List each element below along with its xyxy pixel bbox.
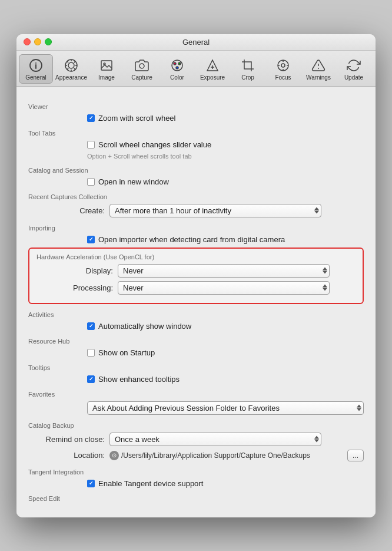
auto-show-row: Automatically show window <box>87 322 364 331</box>
processing-select[interactable]: Never Always Auto <box>118 281 330 295</box>
processing-select-wrapper: Never Always Auto <box>118 281 330 295</box>
create-select[interactable]: After more than 1 hour of inactivity Alw… <box>109 204 321 217</box>
tab-general-label: General <box>25 74 46 81</box>
location-path-text: /Users/lily/Library/Application Support/… <box>121 451 344 460</box>
svg-point-15 <box>139 64 144 68</box>
exposure-icon <box>205 57 220 74</box>
create-select-wrapper: After more than 1 hour of inactivity Alw… <box>109 204 321 217</box>
crop-icon <box>241 57 255 74</box>
svg-point-18 <box>178 62 181 65</box>
capture-icon <box>135 57 149 74</box>
auto-show-checkbox[interactable] <box>87 322 95 330</box>
scroll-slider-checkbox[interactable] <box>87 141 95 149</box>
warnings-icon <box>311 57 325 74</box>
auto-show-text: Automatically show window <box>98 322 191 331</box>
tangent-row: Enable Tangent device support <box>87 479 364 488</box>
show-startup-row: Show on Startup <box>87 348 364 357</box>
speed-edit-label: Speed Edit <box>28 495 364 502</box>
processing-row: Processing: Never Always Auto <box>36 281 356 295</box>
location-browse-button[interactable]: ... <box>347 450 364 461</box>
favorites-label: Favorites <box>28 391 364 398</box>
svg-line-12 <box>67 68 68 69</box>
enhanced-tooltips-checkbox[interactable] <box>87 375 95 383</box>
location-path-icon: ⊙ <box>109 451 119 460</box>
tab-general[interactable]: General <box>19 54 53 84</box>
tab-plugins[interactable]: Plugins <box>372 54 376 84</box>
open-window-row: Open in new window <box>87 177 364 186</box>
tab-color[interactable]: Color <box>160 54 194 84</box>
color-icon <box>170 57 184 74</box>
location-path-row: ⊙ /Users/lily/Library/Application Suppor… <box>109 450 364 461</box>
tab-capture[interactable]: Capture <box>125 54 159 84</box>
appearance-icon <box>64 57 78 74</box>
tab-update-label: Update <box>344 74 363 81</box>
auto-show-label[interactable]: Automatically show window <box>87 322 191 331</box>
close-button[interactable] <box>24 38 31 45</box>
tab-crop-label: Crop <box>241 74 254 81</box>
zoom-scroll-text: Zoom with scroll wheel <box>98 114 176 123</box>
tab-warnings-label: Warnings <box>306 74 331 81</box>
zoom-scroll-checkbox[interactable] <box>87 114 95 122</box>
open-importer-label[interactable]: Open importer when detecting card from d… <box>87 235 285 244</box>
main-window: General General <box>16 34 376 517</box>
scroll-hint: Option + Scroll wheel scrolls tool tab <box>87 153 364 160</box>
show-startup-checkbox[interactable] <box>87 349 95 357</box>
svg-line-9 <box>67 61 68 62</box>
open-importer-row: Open importer when detecting card from d… <box>87 235 364 244</box>
update-icon <box>347 57 361 74</box>
tangent-device-label[interactable]: Enable Tangent device support <box>87 479 203 488</box>
settings-content: Viewer Zoom with scroll wheel Tool Tabs … <box>16 87 376 517</box>
catalog-session-label: Catalog and Session <box>28 167 364 174</box>
favorites-select[interactable]: Ask About Adding Previous Session Folder… <box>87 401 364 415</box>
location-label: Location: <box>28 451 105 460</box>
create-label: Create: <box>28 206 105 215</box>
open-window-label[interactable]: Open in new window <box>87 177 169 186</box>
hardware-label: Hardware Acceleration (Use OpenCL for) <box>36 253 356 260</box>
remind-label: Remind on close: <box>28 435 105 444</box>
remind-select-wrapper: Once a week Every day Never <box>109 433 321 446</box>
tab-exposure-label: Exposure <box>200 74 225 81</box>
toolbar: General Appearance <box>16 51 376 87</box>
tangent-checkbox[interactable] <box>87 480 95 487</box>
tab-exposure[interactable]: Exposure <box>195 54 230 84</box>
resource-hub-label: Resource Hub <box>28 338 364 345</box>
open-importer-text: Open importer when detecting card from d… <box>98 235 285 244</box>
scroll-slider-row: Scroll wheel changes slider value <box>87 140 364 149</box>
favorites-select-wrapper: Ask About Adding Previous Session Folder… <box>87 401 364 415</box>
tooltips-label: Tooltips <box>28 364 364 371</box>
image-icon <box>99 57 114 74</box>
svg-line-10 <box>74 68 75 69</box>
tab-focus-label: Focus <box>275 74 291 81</box>
tab-crop[interactable]: Crop <box>231 54 265 84</box>
open-window-checkbox[interactable] <box>87 178 95 186</box>
display-row: Display: Never Always Auto <box>36 264 356 278</box>
display-label: Display: <box>36 266 113 275</box>
zoom-scroll-row: Zoom with scroll wheel <box>87 114 364 123</box>
scroll-slider-label[interactable]: Scroll wheel changes slider value <box>87 140 211 149</box>
tab-image-label: Image <box>98 74 115 81</box>
enhanced-tooltips-text: Show enhanced tooltips <box>98 375 180 384</box>
maximize-button[interactable] <box>45 38 52 45</box>
remind-select[interactable]: Once a week Every day Never <box>109 433 321 446</box>
remind-row: Remind on close: Once a week Every day N… <box>28 433 364 446</box>
tab-focus[interactable]: Focus <box>266 54 300 84</box>
open-importer-checkbox[interactable] <box>87 236 95 243</box>
catalog-backup-label: Catalog Backup <box>28 422 364 429</box>
tab-appearance[interactable]: Appearance <box>54 54 88 84</box>
tab-color-label: Color <box>170 74 184 81</box>
minimize-button[interactable] <box>34 38 41 45</box>
location-row: Location: ⊙ /Users/lily/Library/Applicat… <box>28 450 364 461</box>
titlebar: General <box>16 34 376 51</box>
tab-warnings[interactable]: Warnings <box>301 54 335 84</box>
show-startup-label[interactable]: Show on Startup <box>87 348 155 357</box>
display-select[interactable]: Never Always Auto <box>118 264 330 278</box>
zoom-scroll-label[interactable]: Zoom with scroll wheel <box>87 114 176 123</box>
tab-update[interactable]: Update <box>337 54 371 84</box>
general-icon <box>29 57 43 74</box>
tangent-text: Enable Tangent device support <box>98 479 203 488</box>
tab-image[interactable]: Image <box>89 54 124 84</box>
enhanced-tooltips-label[interactable]: Show enhanced tooltips <box>87 375 180 384</box>
tab-capture-label: Capture <box>131 74 152 81</box>
tangent-label: Tangent Integration <box>28 468 364 476</box>
svg-line-11 <box>74 61 75 62</box>
